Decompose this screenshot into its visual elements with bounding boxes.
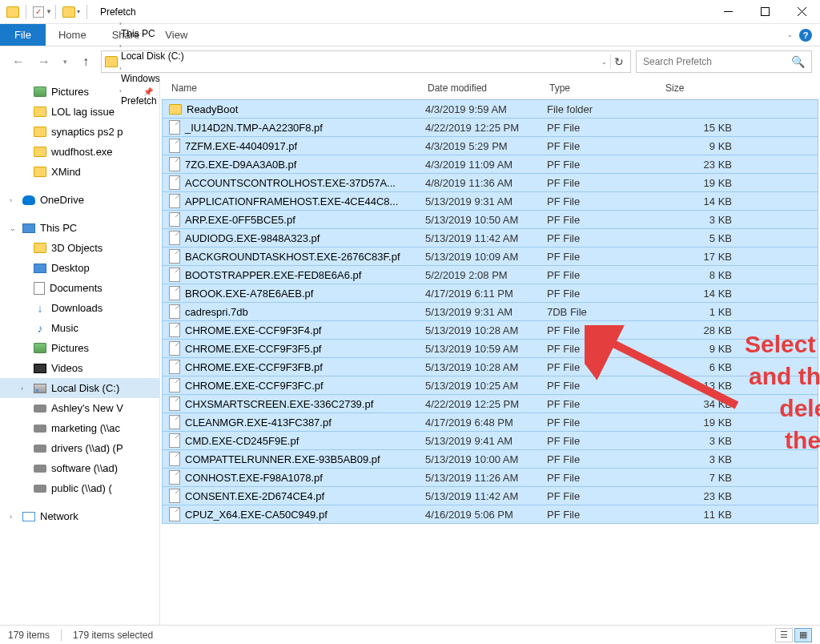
breadcrumb-segment[interactable]: Local Disk (C:) <box>118 50 187 62</box>
network-icon <box>22 512 35 521</box>
up-button[interactable]: ↑ <box>75 51 96 72</box>
column-type[interactable]: Type <box>545 83 661 94</box>
file-size: 5 KB <box>663 232 735 244</box>
forward-button[interactable]: → <box>34 51 54 72</box>
file-type: PF File <box>547 435 663 447</box>
file-row[interactable]: CHROME.EXE-CCF9F3FC.pf 5/13/2019 10:25 A… <box>162 376 818 395</box>
ribbon-collapse-icon[interactable]: ⌄ <box>787 31 793 38</box>
sidebar-item-network[interactable]: ›Network <box>0 506 159 526</box>
pin-icon: 📌 <box>143 87 153 96</box>
sidebar-label: LOL lag issue <box>51 106 115 118</box>
navigation-pane[interactable]: Pictures 📌 LOL lag issue synaptics ps2 p… <box>0 77 160 625</box>
sidebar-item[interactable]: synaptics ps2 p <box>0 122 159 142</box>
file-row[interactable]: BROOK.EXE-A78E6AEB.pf 4/17/2019 6:11 PM … <box>162 284 818 303</box>
breadcrumb-segment[interactable]: This PC <box>118 28 187 39</box>
help-icon[interactable]: ? <box>799 29 812 42</box>
sidebar-item[interactable]: marketing (\\ac <box>0 418 159 438</box>
search-icon[interactable]: 🔍 <box>791 55 805 68</box>
column-size[interactable]: Size <box>661 83 749 94</box>
folder-icon[interactable] <box>6 6 19 18</box>
file-row[interactable]: _IU14D2N.TMP-AA2230F8.pf 4/22/2019 12:25… <box>162 118 818 137</box>
file-row[interactable]: 7ZFM.EXE-44040917.pf 4/3/2019 5:29 PM PF… <box>162 136 818 155</box>
file-date: 4/3/2019 11:09 AM <box>425 159 547 171</box>
address-bar[interactable]: › This PC› Local Disk (C:)› Windows› Pre… <box>101 50 631 73</box>
chevron-down-icon[interactable]: ▼ <box>46 8 52 15</box>
drive-icon <box>34 445 46 453</box>
qat-dropdown-icon[interactable]: ▾ <box>77 8 80 15</box>
back-button[interactable]: ← <box>8 51 29 72</box>
file-type: PF File <box>547 269 663 281</box>
file-row[interactable]: COMPATTELRUNNER.EXE-93B5AB09.pf 5/13/201… <box>162 449 818 469</box>
file-row[interactable]: CHROME.EXE-CCF9F3F5.pf 5/13/2019 10:59 A… <box>162 339 818 358</box>
tab-home[interactable]: Home <box>46 24 99 46</box>
recent-locations-button[interactable]: ▾ <box>59 51 70 72</box>
column-name[interactable]: Name <box>167 83 423 94</box>
details-view-button[interactable]: ☰ <box>775 628 793 642</box>
file-list[interactable]: ReadyBoot 4/3/2019 9:59 AM File folder _… <box>160 99 820 625</box>
properties-icon[interactable]: ✓ <box>33 6 44 18</box>
column-date[interactable]: Date modified <box>423 83 545 94</box>
file-row[interactable]: AUDIODG.EXE-9848A323.pf 5/13/2019 11:42 … <box>162 228 818 248</box>
sidebar-label: Desktop <box>51 262 90 274</box>
search-box[interactable]: 🔍 <box>636 50 812 73</box>
file-size: 15 KB <box>663 122 735 134</box>
file-row[interactable]: ACCOUNTSCONTROLHOST.EXE-37D57A... 4/8/20… <box>162 173 818 192</box>
sidebar-item-onedrive[interactable]: ›OneDrive <box>0 190 159 210</box>
file-row[interactable]: cadrespri.7db 5/13/2019 9:31 AM 7DB File… <box>162 302 818 321</box>
file-row[interactable]: CLEANMGR.EXE-413FC387.pf 4/17/2019 6:48 … <box>162 413 818 432</box>
search-input[interactable] <box>643 56 791 67</box>
file-date: 4/8/2019 11:36 AM <box>425 177 547 189</box>
file-icon <box>169 120 180 135</box>
file-row[interactable]: CHROME.EXE-CCF9F3F4.pf 5/13/2019 10:28 A… <box>162 320 818 340</box>
sidebar-item[interactable]: Pictures <box>0 338 159 358</box>
file-row[interactable]: CHXSMARTSCREEN.EXE-336C2739.pf 4/22/2019… <box>162 394 818 413</box>
file-row[interactable]: CMD.EXE-CD245F9E.pf 5/13/2019 9:41 AM PF… <box>162 431 818 450</box>
sidebar-item[interactable]: software (\\ad) <box>0 458 159 478</box>
sidebar-item[interactable]: Pictures 📌 <box>0 82 159 102</box>
file-row[interactable]: BACKGROUNDTASKHOST.EXE-2676C83F.pf 5/13/… <box>162 247 818 266</box>
file-row[interactable]: CONSENT.EXE-2D674CE4.pf 5/13/2019 11:42 … <box>162 486 818 505</box>
minimize-button[interactable] <box>709 0 746 24</box>
file-type: PF File <box>547 509 663 521</box>
sidebar-item[interactable]: Documents <box>0 278 159 298</box>
sidebar-item[interactable]: wudfhost.exe <box>0 142 159 162</box>
icons-view-button[interactable]: ▦ <box>794 628 812 642</box>
tab-file[interactable]: File <box>0 24 46 46</box>
close-button[interactable] <box>783 0 820 24</box>
file-row[interactable]: ReadyBoot 4/3/2019 9:59 AM File folder <box>162 99 818 119</box>
file-row[interactable]: CPUZ_X64.EXE-CA50C949.pf 4/16/2019 5:06 … <box>162 505 818 524</box>
sidebar-item[interactable]: Ashley's New V <box>0 398 159 418</box>
sidebar-item[interactable]: Desktop <box>0 258 159 278</box>
sidebar-item[interactable]: ↓ Downloads <box>0 298 159 318</box>
file-row[interactable]: 7ZG.EXE-D9AA3A0B.pf 4/3/2019 11:09 AM PF… <box>162 155 818 174</box>
sidebar-label: XMind <box>51 166 81 178</box>
file-type: PF File <box>547 453 663 465</box>
column-headers[interactable]: Name Date modified Type Size <box>160 77 820 99</box>
sidebar-item[interactable]: XMind <box>0 162 159 182</box>
chevron-right-icon[interactable]: › <box>118 20 123 27</box>
sidebar-item[interactable]: LOL lag issue <box>0 102 159 122</box>
file-name: ACCOUNTSCONTROLHOST.EXE-37D57A... <box>185 177 396 189</box>
maximize-button[interactable] <box>746 0 783 24</box>
file-row[interactable]: APPLICATIONFRAMEHOST.EXE-4CE44C8... 5/13… <box>162 191 818 211</box>
chevron-right-icon[interactable]: › <box>118 65 123 72</box>
address-dropdown-icon[interactable]: ⌄ <box>601 58 607 66</box>
refresh-icon[interactable]: ↻ <box>614 55 624 68</box>
sidebar-item-thispc[interactable]: ⌄This PC <box>0 218 159 238</box>
file-name: CONHOST.EXE-F98A1078.pf <box>185 472 323 484</box>
file-size: 9 KB <box>663 140 735 152</box>
chevron-right-icon[interactable]: › <box>118 42 123 50</box>
sidebar-item[interactable]: public (\\ad) ( <box>0 478 159 498</box>
file-row[interactable]: BOOTSTRAPPER.EXE-FED8E6A6.pf 5/2/2019 2:… <box>162 265 818 284</box>
file-row[interactable]: CHROME.EXE-CCF9F3FB.pf 5/13/2019 10:28 A… <box>162 357 818 376</box>
sidebar-item[interactable]: Videos <box>0 358 159 378</box>
sidebar-item[interactable]: drivers (\\ad) (P <box>0 438 159 458</box>
file-row[interactable]: ARP.EXE-0FF5BCE5.pf 5/13/2019 10:50 AM P… <box>162 210 818 229</box>
music-icon: ♪ <box>34 322 46 335</box>
sidebar-item[interactable]: 3D Objects <box>0 238 159 258</box>
file-size: 8 KB <box>663 269 735 281</box>
file-row[interactable]: CONHOST.EXE-F98A1078.pf 5/13/2019 11:26 … <box>162 468 818 487</box>
sidebar-item[interactable]: › Local Disk (C:) <box>0 378 159 398</box>
file-type: PF File <box>547 177 663 189</box>
sidebar-item[interactable]: ♪ Music <box>0 318 159 338</box>
